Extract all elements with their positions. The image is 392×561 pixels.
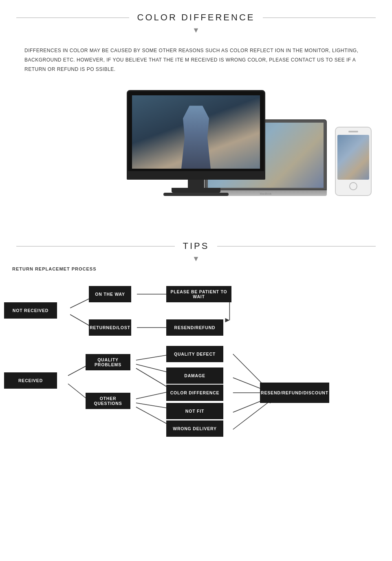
color-diff-description: DIFFERENCES IN COLOR MAY BE CAUSED BY SO… — [0, 35, 392, 82]
flow-diagram: NOT RECEIVED ON THE WAY RETURNED/LOST PL… — [0, 275, 392, 450]
tips-chevron-icon: ▼ — [0, 255, 392, 263]
resend-refund-discount-box: RESEND/REFUND/DISCOUNT — [260, 383, 329, 403]
tips-title: TIPS — [183, 241, 209, 251]
received-box: RECEIVED — [4, 372, 57, 389]
tips-section: TIPS ▼ RETURN REPLACEMET PROCESS — [0, 229, 392, 450]
devices-illustration: MacBook — [0, 82, 392, 212]
damage-box: DAMAGE — [166, 367, 223, 384]
other-questions-box: OTHER QUESTIONS — [86, 393, 130, 409]
tips-line-right — [217, 246, 376, 246]
resend-refund-top-box: RESEND/REFUND — [166, 319, 223, 336]
not-received-box: NOT RECEIVED — [4, 302, 57, 319]
tips-header: TIPS — [0, 229, 392, 251]
smartphone — [335, 127, 372, 196]
color-diff-header: COLOR DIFFERENCE — [0, 0, 392, 23]
tips-line-left — [16, 246, 175, 246]
wrong-delivery-box: WRONG DELIVERY — [166, 420, 223, 437]
chevron-down-icon: ▼ — [0, 26, 392, 35]
header-line-left — [16, 18, 129, 18]
header-line-right — [263, 18, 376, 18]
not-fit-box: NOT FIT — [166, 403, 223, 419]
desktop-monitor — [127, 90, 265, 196]
on-the-way-box: ON THE WAY — [89, 286, 131, 302]
please-be-patient-box: PLEASE BE PATIENT TO WAIT — [166, 286, 231, 302]
quality-problems-box: QUALITY PROBLEMS — [86, 354, 130, 370]
svg-line-17 — [233, 400, 271, 429]
returned-lost-box: RETURNED/LOST — [89, 319, 131, 336]
process-label: RETURN REPLACEMET PROCESS — [0, 263, 392, 275]
quality-defect-box: QUALITY DEFECT — [166, 346, 223, 362]
color-diff-title: COLOR DIFFERENCE — [137, 12, 255, 23]
color-difference-box: COLOR DIFFERENCE — [166, 385, 223, 401]
